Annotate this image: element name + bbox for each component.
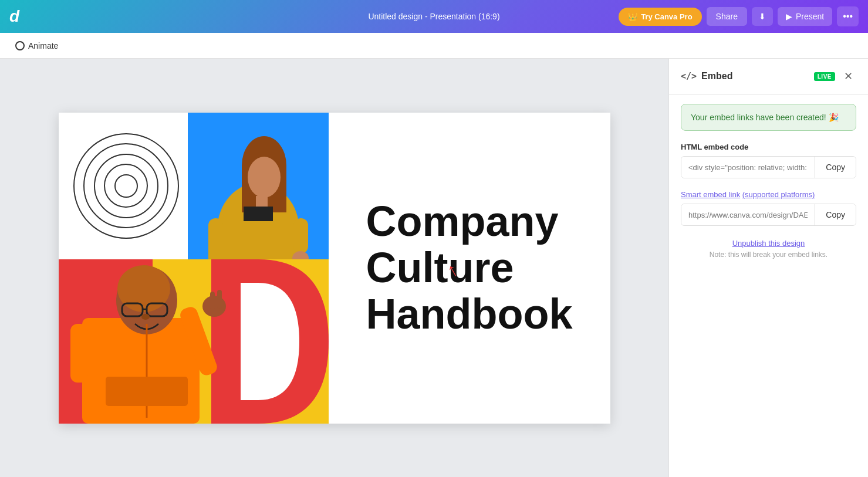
svg-rect-8 bbox=[244, 207, 273, 221]
slide-title-line2: Culture bbox=[366, 245, 573, 291]
panel-title-text: Embed bbox=[701, 71, 732, 82]
canvas-area[interactable]: Company Culture Handbook ↑ bbox=[0, 59, 668, 477]
svg-rect-12 bbox=[82, 318, 200, 424]
orange-person bbox=[59, 248, 246, 424]
svg-rect-24 bbox=[217, 290, 222, 309]
svg-point-18 bbox=[141, 314, 150, 320]
svg-rect-23 bbox=[210, 292, 215, 309]
try-pro-label: Try Canva Pro bbox=[641, 12, 692, 21]
slide-right: Company Culture Handbook bbox=[329, 113, 610, 424]
topbar-right: 👑 Try Canva Pro Share ⬇ ▶ Present ••• bbox=[619, 6, 859, 26]
crown-icon: 👑 bbox=[628, 12, 637, 21]
present-label: Present bbox=[796, 12, 824, 21]
slide-title-line3: Handbook bbox=[366, 291, 573, 337]
slide-title: Company Culture Handbook bbox=[366, 198, 573, 338]
circles-area bbox=[59, 113, 194, 259]
panel-body: Your embed links have been created! 🎉 HT… bbox=[669, 94, 868, 268]
slide-left-collage bbox=[59, 113, 329, 424]
supported-platforms-link[interactable]: (supported platforms) bbox=[742, 190, 815, 199]
panel-header: </> Embed LIVE ✕ bbox=[669, 59, 868, 94]
share-button[interactable]: Share bbox=[707, 7, 747, 26]
copy-smart-button[interactable]: Copy bbox=[815, 204, 856, 225]
svg-point-14 bbox=[117, 265, 170, 312]
html-embed-label: HTML embed code bbox=[681, 143, 856, 151]
html-embed-input[interactable] bbox=[681, 157, 815, 178]
svg-point-5 bbox=[248, 157, 281, 198]
smart-embed-input[interactable] bbox=[681, 204, 815, 225]
main-content: Company Culture Handbook ↑ </> Embed LIV… bbox=[0, 59, 868, 477]
close-panel-button[interactable]: ✕ bbox=[840, 68, 856, 84]
live-badge: LIVE bbox=[814, 72, 835, 81]
download-icon: ⬇ bbox=[759, 12, 766, 21]
svg-rect-10 bbox=[293, 218, 308, 253]
embed-code-icon: </> bbox=[681, 71, 697, 82]
svg-rect-25 bbox=[70, 324, 88, 383]
document-title: Untitled design - Presentation (16:9) bbox=[368, 12, 499, 21]
download-button[interactable]: ⬇ bbox=[752, 7, 773, 26]
animate-icon bbox=[15, 41, 25, 50]
topbar-left: d bbox=[9, 7, 19, 26]
smart-embed-label: Smart embed link (supported platforms) bbox=[681, 190, 856, 199]
unpublish-section: Unpublish this design Note: this will br… bbox=[681, 238, 856, 259]
secondbar: Animate bbox=[0, 33, 868, 59]
success-message: Your embed links have been created! 🎉 bbox=[681, 104, 856, 131]
slide-title-line1: Company bbox=[366, 198, 573, 245]
animate-label: Animate bbox=[28, 41, 58, 50]
embed-panel: </> Embed LIVE ✕ Your embed links have b… bbox=[668, 59, 868, 477]
canva-logo: d bbox=[9, 7, 19, 26]
copy-html-button[interactable]: Copy bbox=[815, 157, 856, 178]
unpublish-button[interactable]: Unpublish this design bbox=[732, 239, 805, 248]
panel-title: </> Embed bbox=[681, 71, 732, 82]
unpublish-note: Note: this will break your embed links. bbox=[681, 251, 856, 259]
slide[interactable]: Company Culture Handbook bbox=[59, 113, 610, 424]
svg-rect-20 bbox=[106, 377, 188, 406]
smart-label-text: Smart embed link bbox=[681, 190, 740, 199]
html-embed-input-row: Copy bbox=[681, 156, 856, 178]
present-icon: ▶ bbox=[786, 12, 792, 21]
man-figure-svg bbox=[59, 248, 246, 424]
topbar: d Untitled design - Presentation (16:9) … bbox=[0, 0, 868, 33]
animate-button[interactable]: Animate bbox=[9, 38, 64, 54]
try-canva-pro-button[interactable]: 👑 Try Canva Pro bbox=[619, 8, 701, 26]
success-text: Your embed links have been created! 🎉 bbox=[691, 113, 839, 122]
circle-5 bbox=[114, 174, 138, 198]
more-options-button[interactable]: ••• bbox=[837, 6, 859, 26]
smart-embed-input-row: Copy bbox=[681, 204, 856, 226]
present-button[interactable]: ▶ Present bbox=[778, 7, 832, 26]
